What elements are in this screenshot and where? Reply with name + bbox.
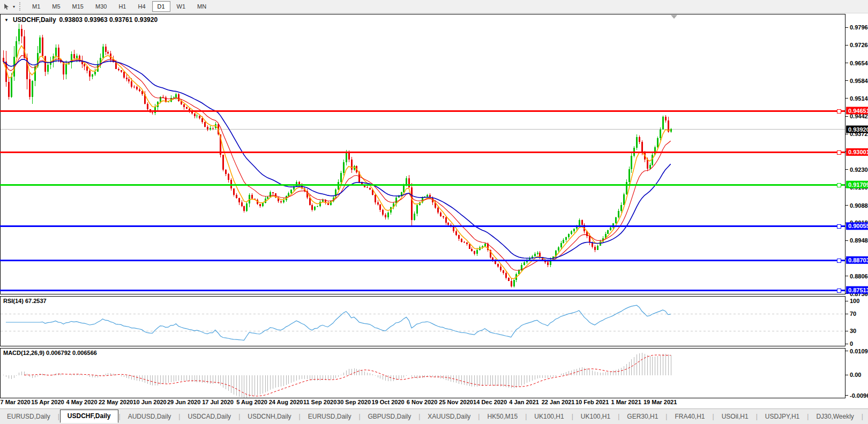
candle-body xyxy=(471,249,473,252)
candle-body xyxy=(272,192,274,193)
candle-body xyxy=(631,156,632,169)
candle-body xyxy=(102,47,104,58)
macd-tick-label: -0.009653 xyxy=(850,392,868,399)
candle-body xyxy=(288,193,289,196)
date-axis-label: 22 Jan 2021 xyxy=(542,399,575,405)
candle-body xyxy=(343,162,345,173)
candle-body xyxy=(447,223,449,225)
candle-body xyxy=(168,102,169,102)
candle-body xyxy=(497,264,499,267)
date-axis-label: 10 Jun 2020 xyxy=(133,399,166,405)
macd-tick-label: 0.010933 xyxy=(850,348,868,354)
candle-body xyxy=(92,74,93,77)
candle-body xyxy=(379,205,381,210)
candle-body xyxy=(270,192,271,197)
main-chart-panel xyxy=(1,14,845,294)
candle-body xyxy=(500,267,502,270)
candle-body xyxy=(123,72,125,78)
candle-body xyxy=(136,87,138,89)
candle-body xyxy=(537,253,538,254)
candle-body xyxy=(225,170,227,175)
rsi-indicator-label: RSI(14) 67.2537 xyxy=(3,298,47,304)
candle-body xyxy=(626,182,627,194)
candle-body xyxy=(565,237,567,240)
candle-body xyxy=(262,203,264,206)
candle-body xyxy=(209,128,211,130)
candle-body xyxy=(126,78,128,79)
rsi-tick-label: 0 xyxy=(850,340,853,347)
candle-body xyxy=(118,69,119,71)
candle-body xyxy=(589,236,590,243)
candle-body xyxy=(377,202,379,205)
candle-body xyxy=(3,58,4,62)
candle-body xyxy=(665,117,667,120)
candle-body xyxy=(212,128,214,128)
candle-body xyxy=(440,213,442,216)
candle-body xyxy=(311,205,313,210)
collapse-triangle-icon[interactable]: ▼ xyxy=(4,18,9,22)
date-axis-label: 15 Apr 2020 xyxy=(31,399,64,405)
candle-body xyxy=(620,205,622,211)
current-price-label: 0.93920 xyxy=(848,126,868,133)
date-axis-label: 14 Dec 2020 xyxy=(473,399,507,405)
line-handle[interactable] xyxy=(837,259,841,262)
line-handle[interactable] xyxy=(837,109,841,113)
candle-body xyxy=(267,197,268,199)
candle-body xyxy=(133,87,135,87)
line-handle[interactable] xyxy=(837,289,841,292)
candle-body xyxy=(505,273,507,278)
macd-panel xyxy=(1,349,845,398)
candle-body xyxy=(11,77,12,97)
price-tick-label: 0.89480 xyxy=(850,237,868,244)
date-axis-label: 24 Aug 2020 xyxy=(269,399,303,405)
candle-body xyxy=(628,169,630,182)
candle-body xyxy=(348,153,350,160)
candle-body xyxy=(236,195,237,198)
candle-body xyxy=(121,70,122,71)
candle-body xyxy=(594,247,596,251)
candle-body xyxy=(607,230,609,233)
candle-body xyxy=(670,129,672,132)
candle-body xyxy=(222,155,224,170)
candle-body xyxy=(162,97,164,97)
candle-body xyxy=(16,41,17,57)
candle-body xyxy=(366,187,368,188)
date-axis-label: 6 Nov 2020 xyxy=(407,399,437,405)
date-axis-label: 11 Sep 2020 xyxy=(303,399,336,405)
candle-body xyxy=(571,231,572,233)
line-handle[interactable] xyxy=(837,224,841,228)
candle-body xyxy=(32,81,33,97)
line-handle[interactable] xyxy=(837,150,841,154)
candle-body xyxy=(196,116,198,116)
candle-body xyxy=(317,206,318,207)
candle-body xyxy=(290,190,292,193)
price-tick-label: 0.92300 xyxy=(850,166,868,173)
candle-body xyxy=(636,137,638,148)
candle-body xyxy=(455,231,457,236)
candle-body xyxy=(346,153,347,162)
line-price-label: 0.93001 xyxy=(848,149,868,155)
candle-body xyxy=(375,195,376,202)
candle-body xyxy=(44,56,46,72)
line-price-label: 0.91709 xyxy=(848,181,868,188)
date-axis-label: 5 Aug 2020 xyxy=(236,399,267,405)
date-axis-label: 29 Jun 2020 xyxy=(167,399,200,405)
candle-body xyxy=(563,240,564,243)
candle-body xyxy=(641,142,643,152)
candle-body xyxy=(84,64,85,66)
candle-body xyxy=(660,130,661,138)
candle-body xyxy=(340,173,342,182)
date-axis-label: 1 Mar 2021 xyxy=(611,399,641,405)
candle-body xyxy=(42,37,43,56)
macd-indicator-label: MACD(12,26,9) 0.006792 0.006566 xyxy=(3,350,97,356)
candle-body xyxy=(259,204,261,206)
candle-body xyxy=(445,217,447,223)
candle-body xyxy=(511,281,512,287)
line-handle[interactable] xyxy=(837,183,841,187)
candle-body xyxy=(476,250,478,254)
candle-body xyxy=(131,81,132,87)
candle-body xyxy=(513,280,515,286)
rsi-tick-label: 30 xyxy=(850,328,856,334)
candle-body xyxy=(414,214,415,220)
candle-body xyxy=(243,206,245,211)
